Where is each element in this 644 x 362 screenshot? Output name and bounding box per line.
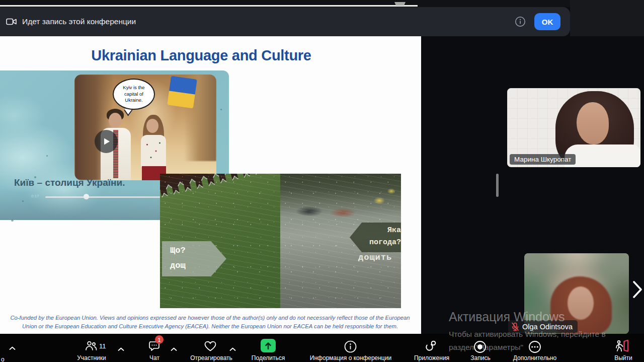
participant-name-label: Olga Odintsova <box>508 320 578 333</box>
recording-banner-text: Идет запись этой конференции <box>22 17 136 26</box>
meeting-info-icon[interactable] <box>344 340 357 355</box>
meeting-toolbar: о 11 Участники 1 Чат Отреагировать <box>0 334 644 362</box>
clipped-label: о <box>1 356 5 362</box>
toolbar-item-more[interactable]: Дополнительно <box>513 354 556 361</box>
ukrainian-flag <box>167 76 197 109</box>
chevron-up-icon[interactable] <box>9 343 16 352</box>
share-screen-icon[interactable] <box>261 339 276 352</box>
camcorder-icon <box>6 17 17 26</box>
participant-name-label: Марина Шкуропат <box>510 154 576 165</box>
participants-scrollbar[interactable] <box>496 174 499 197</box>
shared-window-top-edge <box>0 5 418 7</box>
speech-bubble: Kyiv is the capital of Ukraine. <box>113 79 155 110</box>
apps-icon[interactable] <box>425 340 438 354</box>
play-icon[interactable] <box>95 130 118 153</box>
chevron-up-icon[interactable] <box>118 344 124 353</box>
toolbar-item-leave[interactable]: Выйти <box>614 354 632 361</box>
participant-tile-marina: Марина Шкуропат <box>507 88 640 167</box>
couple-street-photo: Kyiv is the capital of Ukraine. <box>74 75 216 180</box>
video-caption: Київ – столиця України. <box>14 177 125 188</box>
collapse-notch[interactable] <box>394 2 406 6</box>
slide-title: Ukrainian Language and Culture <box>0 47 403 64</box>
recording-banner: Идет запись этой конференции OK <box>0 7 570 36</box>
next-participants-chevron-icon[interactable] <box>632 280 642 301</box>
rain-label-answer: дощить <box>358 253 392 262</box>
chat-unread-badge: 1 <box>155 335 164 344</box>
toolbar-item-record[interactable]: Запись <box>470 354 490 361</box>
toolbar-item-participants[interactable]: Участники <box>77 354 106 361</box>
eu-disclaimer: Co-funded by the European Union. Views a… <box>10 314 410 331</box>
participants-icon[interactable] <box>85 340 98 354</box>
ok-button[interactable]: OK <box>534 13 560 30</box>
react-heart-icon[interactable] <box>203 340 217 354</box>
meeting-window: Идет запись этой конференции OK Ukrainia… <box>0 0 644 362</box>
info-icon[interactable] <box>514 16 526 28</box>
more-icon[interactable] <box>528 340 542 356</box>
shared-screen-slide: Ukrainian Language and Culture <box>0 36 421 334</box>
participant-face <box>577 102 609 144</box>
leave-meeting-icon[interactable] <box>614 339 630 355</box>
participants-count: 11 <box>99 342 106 350</box>
toolbar-item-chat[interactable]: Чат <box>149 354 159 361</box>
participant-face <box>568 286 594 320</box>
toolbar-item-react[interactable]: Отреагировать <box>190 354 232 361</box>
mic-muted-icon <box>511 322 519 331</box>
toolbar-item-share[interactable]: Поделиться <box>252 354 285 361</box>
record-icon[interactable] <box>473 340 487 356</box>
toolbar-item-meeting-info[interactable]: Информация о конференции <box>310 354 391 361</box>
chevron-up-icon[interactable] <box>229 344 236 353</box>
man-in-vyshyvanka <box>109 113 122 128</box>
top-right-panel <box>570 0 644 36</box>
chevron-up-icon[interactable] <box>171 344 177 353</box>
rain-picture: Що? дощ Яка погода? дощить <box>160 174 401 308</box>
woman-in-vyshyvanka <box>146 119 158 133</box>
toolbar-item-apps[interactable]: Приложения <box>414 354 449 361</box>
rain-roof-photo <box>160 174 280 308</box>
